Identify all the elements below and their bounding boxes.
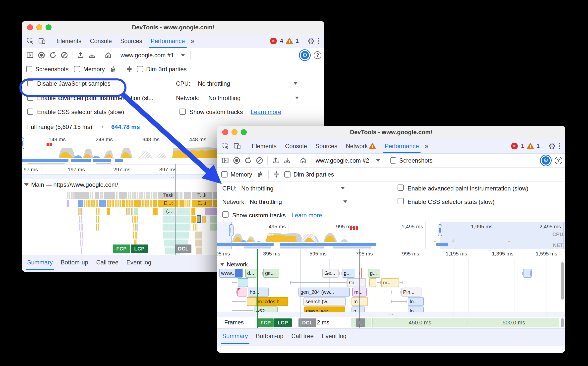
css-selector-stats-checkbox[interactable] [27,109,33,115]
frame-segment[interactable]: 500.0 ms [469,318,559,327]
home-icon[interactable] [102,50,114,61]
upload-profile-icon[interactable] [270,155,281,166]
flame-bar[interactable] [195,240,202,246]
tab-console[interactable]: Console [281,139,311,153]
flame-bar[interactable] [210,224,217,231]
warning-icon[interactable] [285,35,294,47]
memory-checkbox[interactable] [221,171,228,178]
window-titlebar[interactable]: DevTools - www.google.com/ [22,21,324,34]
clear-recording-icon[interactable] [59,50,70,61]
device-toolbar-icon[interactable] [36,35,48,47]
tab-console[interactable]: Console [86,34,116,48]
flame-bar[interactable] [195,232,202,239]
flame-bar[interactable] [74,192,89,199]
tab-bottom-up[interactable]: Bottom-up [57,255,92,270]
frame-segment[interactable]: 450.0 ms [372,318,468,327]
record-icon[interactable] [231,155,242,166]
flame-bar[interactable] [191,208,195,215]
network-throttle-value[interactable]: No throttling [250,198,282,205]
lcp-marker-badge[interactable]: LCP [131,244,148,253]
flame-bar-event[interactable]: E...t [192,200,212,207]
flame-bar[interactable] [210,216,217,223]
garbage-collect-icon[interactable] [255,169,266,180]
chevron-down-icon[interactable] [294,82,297,85]
advanced-paint-checkbox[interactable] [27,95,33,101]
flame-bar[interactable] [191,216,196,223]
network-throttle-value[interactable]: No throttling [208,95,240,102]
flame-bar[interactable] [67,200,69,207]
disable-js-samples-checkbox[interactable] [27,80,33,86]
network-request[interactable]: g... [368,269,380,278]
network-request[interactable]: gen_204 (ww... [298,288,350,297]
record-icon[interactable] [36,50,47,61]
flame-bar[interactable] [153,200,157,207]
tab-event-log[interactable]: Event log [318,329,351,344]
help-icon[interactable]: ? [314,51,321,59]
target-selector[interactable]: www.google.com #2 [316,157,369,164]
dim-3rd-parties-checkbox[interactable] [137,66,143,72]
flame-bar[interactable] [163,232,189,239]
css-selector-stats-checkbox[interactable] [398,198,404,204]
network-request[interactable]: Cr... [347,278,366,287]
learn-more-link[interactable]: Learn more [251,109,281,116]
flame-bar[interactable] [99,200,106,207]
network-request[interactable] [523,269,532,278]
warning-icon[interactable] [526,140,535,152]
flame-bar[interactable] [119,192,127,199]
flame-bar[interactable] [196,247,202,254]
settings-gear-icon[interactable]: ⚙ [307,37,315,45]
flame-bar[interactable] [122,200,125,207]
capture-settings-gear-icon[interactable]: ⚙ [540,155,552,166]
window-titlebar[interactable]: DevTools - www.google.com/ [217,126,565,139]
network-request[interactable]: m=sb_wiz [304,306,345,312]
network-request[interactable]: ge... [263,269,279,278]
tab-sources[interactable]: Sources [116,34,146,48]
network-request[interactable]: Pin... [401,288,421,297]
disclosure-triangle-icon[interactable] [220,263,224,266]
tab-sources[interactable]: Sources [311,139,342,153]
l-marker-badge[interactable]: L [356,318,365,327]
network-request[interactable]: g... [352,306,365,312]
vertical-scrollbar[interactable] [561,318,564,327]
network-request[interactable]: search (w... [303,297,346,306]
flame-bar[interactable] [78,200,83,207]
reload-and-record-icon[interactable] [242,155,254,166]
flame-bar-task[interactable]: T...k [192,192,212,199]
upload-profile-icon[interactable] [75,50,86,61]
flame-bar[interactable] [163,216,175,223]
fcp-marker-badge[interactable]: FCP [258,318,274,327]
chevron-down-icon[interactable] [295,97,299,99]
home-icon[interactable] [297,155,309,166]
target-selector[interactable]: www.google.com #1 [120,52,174,59]
help-icon[interactable]: ? [555,157,562,164]
more-tabs-icon[interactable]: » [425,142,429,150]
tab-summary[interactable]: Summary [218,329,252,344]
network-request[interactable]: m=cdos,h... [247,297,288,306]
chevron-down-icon[interactable] [341,187,345,189]
network-request[interactable] [237,288,247,297]
dcl-marker-badge[interactable]: DCL [298,318,316,327]
overview-left-handle[interactable] [22,137,24,149]
tab-elements[interactable]: Elements [52,34,86,48]
more-options-icon[interactable] [317,38,321,44]
timeline-overview[interactable]: 495 ms 995 ms 1,495 ms 1,995 ms 2,495 ms [217,222,565,249]
flame-bar[interactable] [134,208,138,215]
track-expander-band[interactable]: ⋯ [217,312,565,317]
flame-bar[interactable] [163,224,190,231]
flame-bar[interactable] [95,192,99,199]
flame-bar[interactable] [134,200,141,207]
device-toolbar-icon[interactable] [231,140,243,152]
learn-more-link[interactable]: Learn more [292,212,322,219]
dim-3rd-parties-checkbox[interactable] [284,171,291,178]
more-options-icon[interactable] [558,143,562,149]
capture-settings-gear-icon[interactable]: ⚙ [299,49,311,61]
cpu-throttle-value[interactable]: No throttling [241,185,273,192]
network-request[interactable]: d... [245,269,257,278]
collapse-tracks-icon[interactable] [123,63,135,75]
toggle-sidebar-icon[interactable] [219,155,231,166]
vertical-scrollbar[interactable] [561,262,564,300]
flame-bar[interactable] [176,216,190,223]
screenshots-checkbox[interactable] [26,66,32,72]
tab-bottom-up[interactable]: Bottom-up [252,329,288,344]
flame-bar[interactable] [107,208,110,215]
